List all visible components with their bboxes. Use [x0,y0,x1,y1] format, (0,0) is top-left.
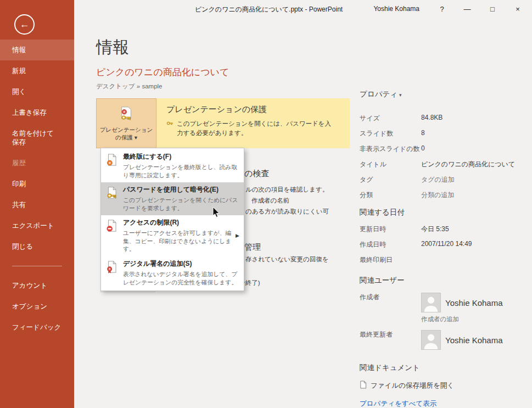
properties-caret-icon: ▾ [399,92,402,98]
menu-item-mark-as-final[interactable]: 最終版にする(F) プレゼンテーションを最終版とし、読み取り専用に設定します。 [101,149,244,182]
sidebar-item-account[interactable]: アカウント [0,275,74,296]
inspect-section-heading-fragment: の検査 [244,169,269,179]
properties-menu-button[interactable]: プロパティ▾ [360,90,527,99]
sidebar-item-share[interactable]: 共有 [0,194,74,215]
date-row-modified: 更新日時 今日 5:35 [360,225,527,234]
maximize-button[interactable]: □ [484,0,501,18]
modifier-person-card[interactable]: Yoshie Kohama [421,330,503,350]
add-author-field[interactable]: 作成者の追加 [421,315,527,323]
date-row-last-printed: 最終印刷日 [360,255,527,265]
account-user-name[interactable]: Yoshie Kohama [373,5,419,13]
key-icon [166,120,173,137]
sidebar-item-options[interactable]: オプション [0,296,74,317]
protect-dropdown-menu: 最終版にする(F) プレゼンテーションを最終版とし、読み取り専用に設定します。 … [100,148,244,291]
sidebar-item-close[interactable]: 閉じる [0,236,74,257]
sidebar-item-save-as[interactable]: 名前を付けて保存 [0,123,61,153]
sidebar-divider [12,266,62,266]
related-people-header: 関連ユーザー [360,276,527,286]
author-person-card[interactable]: Yoshie Kohama [421,293,503,312]
menu-item-title: パスワードを使用して暗号化(E) [123,185,239,194]
powerpoint-backstage-window: ← 情報 新規 開く 上書き保存 名前を付けて保存 履歴 印刷 共有 エクスポー… [0,0,532,408]
protect-button-label: プレゼンテーション の保護 ▾ [100,126,153,141]
property-row-title: タイトル ピンクのワニの商品化について [360,160,527,169]
back-arrow-icon: ← [20,19,30,30]
property-row-size: サイズ 84.8KB [360,114,527,123]
title-value[interactable]: ピンクのワニの商品化について [421,160,515,169]
window-controls: ? — □ × [434,0,526,18]
property-row-slides: スライド数 8 [360,129,527,138]
restrict-access-icon [105,219,119,233]
protect-panel-heading: プレゼンテーションの保護 [166,104,342,115]
author-name: Yoshie Kohama [445,298,503,308]
window-titlebar: ピンクのワニの商品化について.pptx - PowerPoint Yoshie … [74,0,532,18]
breadcrumb: デスクトップ » sample [96,82,162,91]
menu-item-title: アクセスの制限(R) [123,218,232,227]
modified-date-value: 今日 5:35 [421,225,449,234]
add-tag-field[interactable]: タグの追加 [421,175,455,185]
inspect-text-fragment-3: のある方が読み取りにくい可 [245,208,329,216]
protect-panel-body: プレゼンテーションの保護 このプレゼンテーションを開くには、パスワードを入力する… [156,98,350,148]
protect-presentation-panel: プレゼンテーション の保護 ▾ プレゼンテーションの保護 このプレゼンテーション… [96,98,350,148]
modifier-avatar[interactable] [421,330,441,350]
sidebar-item-print[interactable]: 印刷 [0,174,74,194]
finalize-document-icon [105,153,119,167]
protect-certificate-key-icon [118,105,135,124]
add-category-field[interactable]: 分類の追加 [421,191,454,200]
size-value: 84.8KB [421,114,443,123]
last-modified-by-row: 最終更新者 Yoshie Kohama [360,330,527,350]
menu-item-description: プレゼンテーションを最終版とし、読み取り専用に設定します。 [123,163,239,179]
menu-item-title: 最終版にする(F) [123,152,239,161]
properties-column: プロパティ▾ サイズ 84.8KB スライド数 8 非表示スライドの数 0 タイ… [360,90,527,408]
encrypt-key-icon [105,186,119,200]
sidebar-item-info[interactable]: 情報 [0,40,74,60]
property-row-tags: タグ タグの追加 [360,175,527,185]
author-row: 作成者 Yoshie Kohama [360,293,527,312]
close-button[interactable]: × [509,0,526,18]
related-documents-header: 関連ドキュメント [360,363,527,373]
menu-item-description: このプレゼンテーションを開くためにパスワードを要求します。 [123,196,239,212]
date-row-created: 作成日時 2007/11/20 14:49 [360,240,527,249]
open-file-location-link[interactable]: ファイルの保存場所を開く [360,381,527,390]
menu-item-encrypt-with-password[interactable]: パスワードを使用して暗号化(E) このプレゼンテーションを開くためにパスワードを… [101,182,244,215]
modifier-name: Yoshie Kohama [445,336,503,345]
backstage-sidebar: ← 情報 新規 開く 上書き保存 名前を付けて保存 履歴 印刷 共有 エクスポー… [0,0,74,408]
digital-signature-icon [105,260,119,274]
menu-item-description: 表示されないデジタル署名を追加して、プレゼンテーションの完全性を確保します。 [123,270,239,286]
protect-presentation-button[interactable]: プレゼンテーション の保護 ▾ [96,98,156,148]
protect-panel-description: このプレゼンテーションを開くには、パスワードを入力する必要があります。 [177,119,337,137]
property-row-category: 分類 分類の追加 [360,191,527,200]
inspect-text-fragment-1: ルの次の項目を確認します。 [245,186,328,194]
window-title: ピンクのワニの商品化について.pptx - PowerPoint [195,5,343,14]
manage-text-fragment-1: 存されていない変更の回復を [245,255,329,264]
menu-item-title: デジタル署名の追加(S) [123,259,239,269]
back-button[interactable]: ← [14,14,35,35]
created-date-value: 2007/11/20 14:49 [421,240,472,249]
page-title: 情報 [96,36,129,59]
related-dates-header: 関連する日付 [360,208,527,217]
hidden-slides-value: 0 [421,144,425,154]
sidebar-item-open[interactable]: 開く [0,81,74,102]
sidebar-item-save[interactable]: 上書き保存 [0,102,74,123]
slides-count-value: 8 [421,129,425,138]
help-button[interactable]: ? [434,0,450,18]
menu-item-restrict-access[interactable]: アクセスの制限(R) ユーザーにアクセスを許可しますが、編集、コピー、印刷はでき… [101,215,244,256]
menu-item-description: ユーザーにアクセスを許可しますが、編集、コピー、印刷はできないようにします。 [123,229,232,253]
dropdown-caret-icon: ▾ [135,134,137,141]
sidebar-item-new[interactable]: 新規 [0,60,74,81]
file-location-icon [360,381,367,390]
sidebar-item-history: 履歴 [0,153,74,174]
author-avatar[interactable] [421,293,441,312]
menu-item-add-digital-signature[interactable]: デジタル署名の追加(S) 表示されないデジタル署名を追加して、プレゼンテーション… [101,256,244,289]
manage-section-heading-fragment: 管理 [244,242,261,253]
sidebar-item-export[interactable]: エクスポート [0,215,74,236]
backstage-nav: 情報 新規 開く 上書き保存 名前を付けて保存 履歴 印刷 共有 エクスポート … [0,40,74,338]
property-row-hidden-slides: 非表示スライドの数 0 [360,144,527,154]
minimize-button[interactable]: — [459,0,475,18]
submenu-arrow-icon: ▶ [236,233,239,238]
sidebar-item-feedback[interactable]: フィードバック [0,317,74,338]
show-all-properties-link[interactable]: プロパティをすべて表示 [360,399,527,408]
inspect-text-fragment-2: 作成者の名前 [251,197,289,205]
document-title: ピンクのワニの商品化について [96,66,229,79]
